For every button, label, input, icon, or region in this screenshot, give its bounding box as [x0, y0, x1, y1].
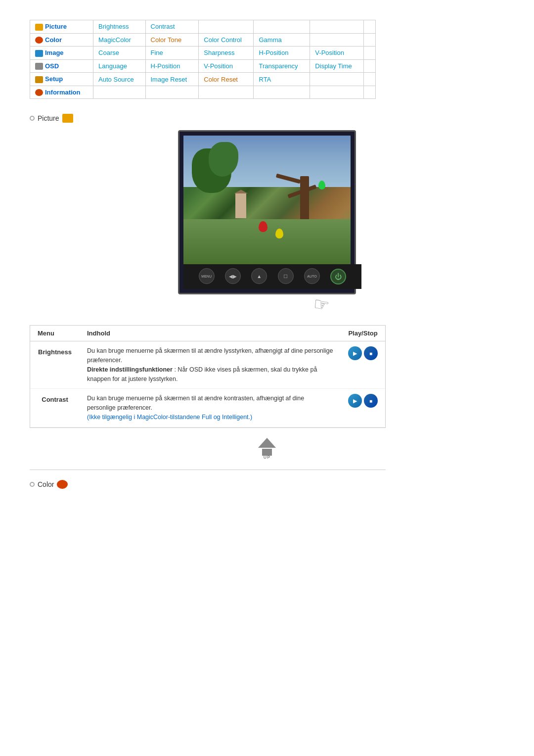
nav-item-cell[interactable]: Fine	[145, 47, 199, 60]
nav-item-cell[interactable]: MagicColor	[93, 33, 145, 47]
nav-item-cell	[254, 20, 310, 34]
nav-item-h-position: H-Position	[259, 49, 288, 56]
nav-item-magiccolor: MagicColor	[98, 36, 131, 44]
nav-label-picture: Picture	[45, 23, 67, 30]
brightness-text-bold: Direkte indstillingsfunktioner	[87, 366, 173, 373]
picture-label: Picture	[38, 114, 59, 122]
osd-select-button[interactable]: □	[278, 268, 294, 285]
pagoda-roof	[233, 189, 248, 193]
nav-icon-osd	[35, 63, 43, 70]
nav-label-cell[interactable]: Setup	[30, 73, 93, 86]
nav-label-cell[interactable]: Image	[30, 47, 93, 60]
nav-item-cell[interactable]: Coarse	[93, 47, 145, 60]
nav-item-cell	[364, 86, 376, 99]
nav-item-cell[interactable]: H-Position	[145, 59, 199, 73]
nav-item-cell[interactable]: Sharpness	[199, 47, 254, 60]
nav-item-cell[interactable]: Brightness	[93, 20, 145, 34]
play-stop-buttons-brightness: ▶ ■	[348, 346, 378, 360]
nav-item-cell	[199, 20, 254, 34]
monitor-display-area: MENU ◀▶ ▲ □	[30, 130, 504, 315]
nav-item-cell[interactable]: Display Time	[310, 59, 364, 73]
nav-item-brightness: Brightness	[98, 23, 129, 30]
nav-item-cell	[310, 33, 364, 47]
nav-item-color-reset: Color Reset	[204, 76, 238, 83]
osd-arrow-button[interactable]: ◀▶	[225, 268, 241, 285]
nav-item-cell[interactable]: Image Reset	[145, 73, 199, 86]
osd-auto-button[interactable]: AUTO	[304, 268, 320, 285]
col-header-playstop: Play/Stop	[341, 326, 385, 341]
nav-icon-picture	[35, 24, 43, 31]
osd-power-button[interactable]: ⏻	[330, 269, 346, 284]
nav-item-color-control: Color Control	[204, 36, 242, 44]
nav-label-cell[interactable]: Color	[30, 33, 93, 47]
menu-label-contrast: Contrast	[30, 389, 80, 427]
nav-label-osd: OSD	[45, 62, 59, 70]
nav-icon-information	[35, 89, 43, 96]
nav-item-cell	[254, 86, 310, 99]
nav-icon-setup	[35, 76, 43, 83]
nav-item-transparency: Transparency	[259, 62, 298, 70]
nav-item-cell[interactable]: V-Position	[310, 47, 364, 60]
nav-item-cell[interactable]: RTA	[254, 73, 310, 86]
balloon-red	[259, 221, 267, 232]
nav-label-cell[interactable]: Information	[30, 86, 93, 99]
brightness-text-normal: Du kan bruge menuerne på skærmen til at …	[87, 347, 333, 364]
updown-btn-circle: ▲	[251, 268, 267, 284]
nav-item-cell	[145, 86, 199, 99]
nav-label-information: Information	[45, 89, 81, 96]
color-section-dot	[30, 482, 35, 487]
nav-icon-image	[35, 50, 43, 57]
play-button-brightness[interactable]: ▶	[348, 346, 362, 360]
info-table-container: Menu Indhold Play/Stop Brightness Du kan…	[30, 325, 386, 427]
nav-label-image: Image	[45, 49, 64, 56]
navigation-table: PictureBrightnessContrastColorMagicColor…	[30, 20, 376, 99]
balloon-yellow	[275, 229, 283, 238]
content-contrast: Du kan bruge menuerne på skærmen til at …	[80, 389, 341, 427]
auto-btn-circle: AUTO	[304, 268, 320, 284]
nav-item-image-reset: Image Reset	[151, 76, 187, 83]
nav-item-cell	[310, 86, 364, 99]
nav-item-cell[interactable]: Color Control	[199, 33, 254, 47]
nav-item-cell[interactable]: V-Position	[199, 59, 254, 73]
stop-button-contrast[interactable]: ■	[364, 394, 378, 408]
nav-item-cell[interactable]: Transparency	[254, 59, 310, 73]
nav-item-cell	[93, 86, 145, 99]
osd-menu-button[interactable]: MENU	[199, 268, 215, 285]
content-brightness: Du kan bruge menuerne på skærmen til at …	[80, 341, 341, 389]
menu-btn-circle: MENU	[199, 268, 215, 284]
nav-item-cell[interactable]: H-Position	[254, 47, 310, 60]
nav-item-cell[interactable]: Gamma	[254, 33, 310, 47]
nav-item-cell[interactable]: Language	[93, 59, 145, 73]
nav-item-contrast: Contrast	[151, 23, 175, 30]
garden-scene	[183, 136, 351, 264]
hand-cursor-area: ☞	[205, 294, 329, 315]
color-icon	[57, 480, 68, 489]
nav-item-cell[interactable]: Color Tone	[145, 33, 199, 47]
osd-updown-button[interactable]: ▲	[251, 268, 267, 285]
arrow-btn-circle: ◀▶	[225, 268, 241, 284]
nav-item-auto-source: Auto Source	[98, 76, 134, 83]
nav-label-cell[interactable]: OSD	[30, 59, 93, 73]
nav-item-sharpness: Sharpness	[204, 49, 234, 56]
up-icon[interactable]: UP	[255, 438, 279, 460]
section-dot	[30, 116, 35, 121]
nav-item-cell[interactable]: Auto Source	[93, 73, 145, 86]
nav-item-cell[interactable]: Contrast	[145, 20, 199, 34]
nav-item-cell[interactable]: Color Reset	[199, 73, 254, 86]
nav-item-cell	[364, 47, 376, 60]
tree-trunk	[300, 176, 309, 226]
nav-item-cell	[199, 86, 254, 99]
col-header-content: Indhold	[80, 326, 341, 341]
nav-item-cell	[310, 73, 364, 86]
nav-item-cell	[364, 59, 376, 73]
play-button-contrast[interactable]: ▶	[348, 394, 362, 408]
nav-item-fine: Fine	[151, 49, 163, 56]
nav-label-color: Color	[45, 36, 62, 44]
nav-item-v-position: V-Position	[315, 49, 344, 56]
stop-button-brightness[interactable]: ■	[364, 346, 378, 360]
color-label: Color	[38, 480, 54, 488]
nav-label-cell[interactable]: Picture	[30, 20, 93, 34]
playstop-brightness: ▶ ■	[341, 341, 385, 389]
nav-label-setup: Setup	[45, 75, 63, 83]
nav-item-v-position: V-Position	[204, 62, 233, 70]
